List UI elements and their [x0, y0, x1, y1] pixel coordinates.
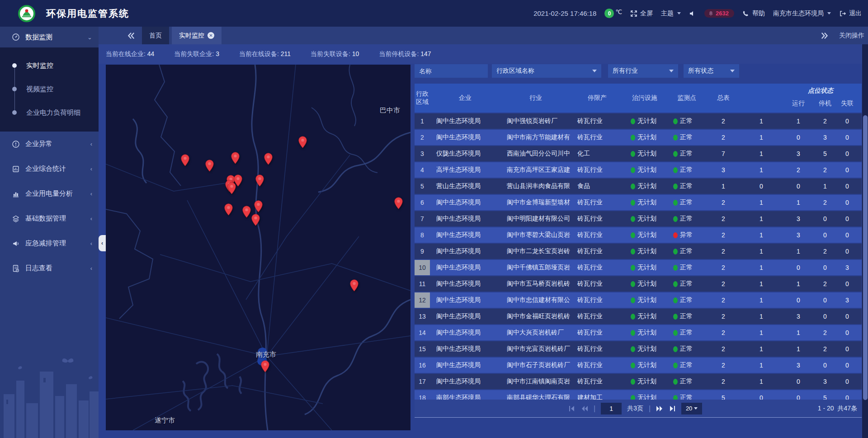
table-row[interactable]: 5营山生态环境局营山县润丰肉食品有限食品无计划正常10010 [415, 179, 862, 194]
table-row[interactable]: 8阆中生态环境局阆中市枣碧大梁山页岩砖瓦行业无计划异常21300 [415, 227, 862, 243]
cell-industry: 砖瓦行业 [571, 166, 623, 174]
green-dot-icon [673, 151, 678, 157]
last-page-icon[interactable] [669, 405, 676, 412]
col-header-limit: 停限产 [571, 94, 623, 102]
cell-points: 2 [708, 345, 739, 353]
sidebar-group-企业用电量分析[interactable]: 企业用电量分析‹ [0, 181, 99, 206]
sidebar-item-实时监控[interactable]: 实时监控 [0, 54, 99, 77]
tabs-scroll-left-icon[interactable] [127, 31, 136, 40]
sidebar-item-企业电力负荷明细[interactable]: 企业电力负荷明细 [0, 101, 99, 124]
table-row[interactable]: 10阆中生态环境局阆中千佛镇五郎垭页岩砖瓦行业无计划正常21003 [415, 260, 862, 275]
col-header-stop: 停机 [813, 99, 837, 108]
map-pin[interactable] [254, 200, 263, 212]
green-dot-icon [673, 265, 678, 271]
map-pin[interactable] [227, 182, 236, 194]
table-row[interactable]: 16阆中生态环境局阆中市石子页岩机砖厂砖瓦行业无计划正常21300 [415, 358, 862, 373]
chevron-left-icon: ‹ [101, 240, 103, 246]
table-row[interactable]: 11阆中生态环境局阆中市五马桥页岩机砖砖瓦行业无计划正常21120 [415, 276, 862, 292]
table-row[interactable]: 18南部生态环境局南部县砚华大理石有限建材加工无计划正常50050 [415, 390, 862, 400]
table-row[interactable]: 4高坪生态环境局南充市高坪区王家店建砖瓦行业无计划正常31220 [415, 162, 862, 178]
name-filter-input[interactable] [419, 67, 483, 75]
map-pin[interactable] [298, 136, 307, 148]
table-row[interactable]: 3仪陇生态环境局西南油气田分公司川中化工无计划正常71350 [415, 146, 862, 161]
next-page-icon[interactable] [656, 405, 663, 412]
map-pin[interactable] [394, 197, 403, 209]
cell-index: 3 [415, 146, 430, 161]
sidebar-group-企业综合统计[interactable]: 企业综合统计‹ [0, 156, 99, 181]
vertical-scrollbar[interactable] [862, 44, 868, 438]
green-dot-icon [673, 167, 678, 173]
city-silhouette-decoration [0, 354, 99, 438]
table-row[interactable]: 13阆中生态环境局阆中市金福旺页岩机砖砖瓦行业无计划正常21300 [415, 309, 862, 324]
cell-region: 高坪生态环境局 [430, 166, 500, 174]
region-filter-select[interactable]: 行政区域名称 [492, 64, 601, 78]
table-row[interactable]: 1阆中生态环境局阆中强锐页岩砖厂砖瓦行业无计划正常21120 [415, 113, 862, 129]
cell-points: 2 [708, 264, 739, 271]
tab-首页[interactable]: 首页 [142, 27, 169, 44]
cell-facility-status: 正常 [666, 394, 708, 400]
cell-index: 14 [415, 325, 430, 340]
theme-dropdown[interactable]: 主题 [661, 9, 681, 18]
cell-facility-status: 正常 [666, 296, 708, 304]
log-icon [12, 264, 20, 273]
cell-limit-status: 无计划 [623, 215, 666, 223]
sidebar-group-数据监测[interactable]: 数据监测⌄ [0, 27, 99, 47]
map-pin[interactable] [231, 152, 240, 164]
org-dropdown[interactable]: 南充市生态环境局 [773, 9, 831, 18]
map-pin[interactable] [205, 160, 214, 172]
sidebar-group-应急减排管理[interactable]: 应急减排管理‹ [0, 231, 99, 256]
table-row[interactable]: 15阆中生态环境局阆中市光富页岩机砖厂砖瓦行业无计划正常21120 [415, 341, 862, 357]
map-pin[interactable] [251, 214, 260, 226]
map-pin[interactable] [264, 153, 273, 165]
speaker-icon[interactable] [689, 10, 696, 17]
table-row[interactable]: 14阆中生态环境局阆中大兴页岩机砖厂砖瓦行业无计划正常21120 [415, 325, 862, 340]
prev-page-icon[interactable] [581, 405, 588, 412]
page-size-select[interactable]: 20 [681, 403, 702, 414]
green-dot-icon [631, 281, 635, 287]
first-page-icon[interactable] [568, 405, 576, 412]
table-row[interactable]: 17阆中生态环境局阆中市江南镇阆南页岩砖瓦行业无计划正常21030 [415, 374, 862, 389]
sidebar-group-基础数据管理[interactable]: 基础数据管理‹ [0, 206, 99, 231]
map-pin[interactable] [261, 360, 269, 372]
map-pin[interactable] [224, 203, 233, 216]
help-button[interactable]: 帮助 [742, 9, 765, 18]
map-pin[interactable] [350, 279, 359, 292]
table-row[interactable]: 7阆中生态环境局阆中明阳建材有限公司砖瓦行业无计划正常21300 [415, 211, 862, 226]
cell-run: 3 [783, 150, 813, 157]
logout-button[interactable]: 退出 [839, 9, 862, 18]
industry-filter-select[interactable]: 所有行业 [608, 64, 678, 78]
sidebar-collapse-handle[interactable]: ‹ [99, 235, 106, 251]
map-pin[interactable] [181, 154, 189, 166]
sidebar-group-日志查看[interactable]: 日志查看‹ [0, 256, 99, 281]
table-row[interactable]: 6阆中生态环境局阆中市金博瑞新型墙材砖瓦行业无计划正常21120 [415, 195, 862, 210]
table-header: 行政区域 企业 行业 停限产 治污设施 监测点 总表 点位状态 运行 停机 失联 [415, 84, 862, 113]
col-header-company: 企业 [430, 94, 500, 102]
tabs-scroll-right-icon[interactable] [820, 31, 829, 40]
table-row[interactable]: 2阆中生态环境局阆中市南方节能建材有砖瓦行业无计划正常21030 [415, 130, 862, 145]
tab-实时监控[interactable]: 实时监控✕ [172, 27, 222, 44]
table-row[interactable]: 9阆中生态环境局阆中市二龙长宝页岩砖砖瓦行业无计划正常21120 [415, 244, 862, 259]
notification-badge[interactable]: 2632 [704, 9, 734, 18]
tabs: 首页实时监控✕ [142, 27, 222, 44]
close-all-tabs-button[interactable]: 关闭操作 [839, 32, 864, 40]
pagination-divider: | [594, 405, 595, 413]
close-icon[interactable]: ✕ [208, 32, 214, 39]
city-label-巴中市: 巴中市 [380, 106, 400, 115]
cell-meters: 1 [739, 313, 783, 320]
map-pin[interactable] [255, 174, 264, 187]
map-panel[interactable]: 巴中市南充市遂宁市 ‹ [106, 65, 410, 430]
fullscreen-button[interactable]: 全屏 [630, 9, 653, 18]
stat-value: 211 [281, 50, 291, 57]
page-size-value: 20 [686, 405, 692, 412]
sidebar-submenu: 实时监控视频监控企业电力负荷明细 [0, 47, 99, 132]
total-label: 共47条 [837, 405, 857, 412]
sidebar-item-视频监控[interactable]: 视频监控 [0, 77, 99, 101]
scrollbar-thumb[interactable] [863, 115, 868, 400]
sidebar-group-企业异常[interactable]: 企业异常‹ [0, 132, 99, 156]
table-row[interactable]: 12阆中生态环境局阆中市忠信建材有限公砖瓦行业无计划正常21003 [415, 292, 862, 308]
page-number-input[interactable] [601, 403, 622, 414]
green-dot-icon [673, 346, 678, 352]
map-pin[interactable] [242, 206, 251, 218]
status-filter-select[interactable]: 所有状态 [684, 64, 739, 78]
cell-industry: 砖瓦行业 [571, 329, 623, 337]
